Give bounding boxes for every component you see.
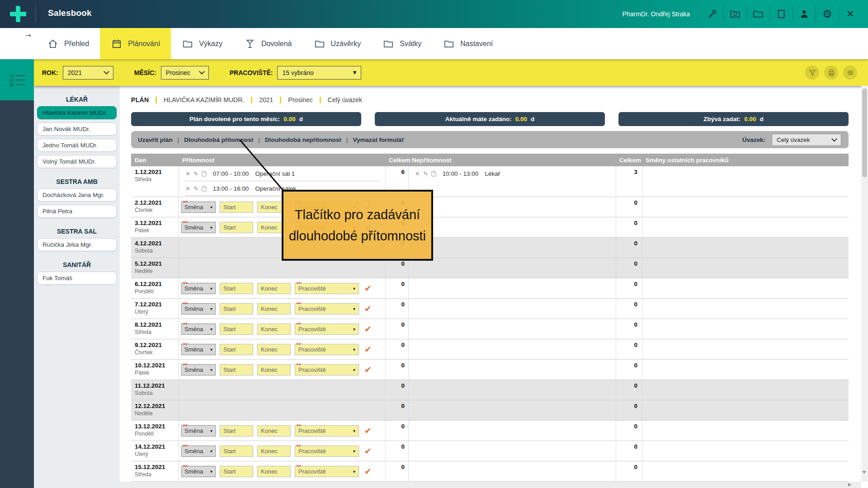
close-icon[interactable]: ✕ <box>839 0 862 28</box>
tab-svatky[interactable]: Svátky <box>372 28 432 59</box>
workplace-select[interactable]: **Pracoviště▾ <box>295 425 359 436</box>
workplace-select[interactable]: **Pracoviště▾ <box>295 303 359 314</box>
start-time-input[interactable]: Start <box>220 344 253 355</box>
shift-type-select[interactable]: **Směna▾ <box>181 222 216 233</box>
sidebar-item-staff[interactable]: Jedno Tomáš MUDr. <box>37 139 117 152</box>
tab-prehled[interactable]: Přehled <box>36 28 100 59</box>
confirm-shift-icon[interactable]: ✔ <box>364 446 372 456</box>
shift-type-select[interactable]: **Směna▾ <box>181 344 216 355</box>
end-time-input[interactable]: Konec <box>257 425 291 436</box>
shift-type-select[interactable]: **Směna▾ <box>181 324 216 335</box>
shift-type-select[interactable]: **Směna▾ <box>181 283 216 294</box>
end-time-input[interactable]: Konec <box>257 466 291 477</box>
start-time-input[interactable]: Start <box>220 446 253 457</box>
workplace-select[interactable]: **Pracoviště▾ <box>295 283 359 294</box>
sidebar-item-staff[interactable]: Fuk Tomáš <box>37 272 117 285</box>
workplace-filter-select[interactable]: 15 vybráno▼ <box>277 66 361 80</box>
copy-entry-icon[interactable] <box>202 171 207 177</box>
workplace-select[interactable]: **Pracoviště▾ <box>295 466 359 477</box>
scrollbar-thumb[interactable] <box>862 89 867 177</box>
shift-type-select[interactable]: **Směna▾ <box>181 202 216 213</box>
start-time-input[interactable]: Start <box>220 466 253 477</box>
start-time-input[interactable]: Start <box>220 425 253 436</box>
shift-type-select[interactable]: **Směna▾ <box>181 364 216 375</box>
copy-entry-icon[interactable] <box>431 171 436 177</box>
window-icon[interactable] <box>770 0 793 28</box>
presence-total: 0 <box>385 360 408 380</box>
scroll-down-icon[interactable]: ▼ <box>863 470 866 474</box>
end-time-input[interactable]: Konec <box>257 446 291 457</box>
shift-type-select[interactable]: **Směna▾ <box>181 446 216 457</box>
workplace-select[interactable]: **Pracoviště▾ <box>295 344 359 355</box>
start-time-input[interactable]: Start <box>220 364 253 375</box>
start-time-input[interactable]: Start <box>220 324 253 335</box>
sidebar-item-staff[interactable]: Volný Tomáš MUDr. <box>37 155 117 168</box>
end-time-input[interactable]: Konec <box>257 344 291 355</box>
confirm-shift-icon[interactable]: ✔ <box>364 466 372 476</box>
tab-planovani[interactable]: Plánování <box>100 28 171 59</box>
month-select[interactable]: Prosinec <box>161 66 209 80</box>
clear-form-button[interactable]: Vymazat formulář <box>348 136 409 143</box>
sidebar-item-staff[interactable]: Docházková Jana Mgr. <box>37 188 117 202</box>
contract-select[interactable]: Celý úvazek <box>772 134 841 146</box>
workplace-select[interactable]: **Pracoviště▾ <box>295 446 359 457</box>
vertical-scrollbar[interactable]: ▼ <box>861 86 868 482</box>
key-icon[interactable] <box>701 0 723 28</box>
end-time-input[interactable]: Konec <box>257 303 291 314</box>
presence-cell: **Směna▾ Start Konec **Pracoviště▾ ✔ <box>179 319 385 339</box>
confirm-shift-icon[interactable]: ✔ <box>364 304 372 314</box>
start-time-input[interactable]: Start <box>220 202 253 213</box>
start-time-input[interactable]: Start <box>220 303 253 314</box>
folder-icon[interactable] <box>747 0 769 28</box>
tab-dovolena[interactable]: Dovolená <box>233 28 303 59</box>
scroll-right-icon[interactable]: ▶ <box>848 482 851 487</box>
delete-entry-icon[interactable]: ✕ <box>415 170 420 177</box>
confirm-shift-icon[interactable]: ✔ <box>364 365 372 375</box>
tab-uzaverky[interactable]: Uzávěrky <box>303 28 372 59</box>
sidebar-item-staff[interactable]: Hlavička Kazimír MUDr. <box>37 106 117 119</box>
shift-type-select[interactable]: **Směna▾ <box>181 303 216 314</box>
end-time-input[interactable]: Konec <box>257 283 291 294</box>
edit-entry-icon[interactable]: ✎ <box>193 170 198 177</box>
settings-icon[interactable]: ⚙ <box>816 0 839 28</box>
print-icon[interactable] <box>824 66 838 80</box>
reports-folder-icon[interactable]: N <box>724 0 746 28</box>
sidebar-item-staff[interactable]: Ručička Jirka Mgr. <box>37 238 117 251</box>
long-term-absence-button[interactable]: Dlouhodobá nepřítomnost <box>260 136 346 143</box>
copy-entry-icon[interactable] <box>202 186 207 192</box>
confirm-shift-icon[interactable]: ✔ <box>364 324 372 334</box>
edit-entry-icon[interactable]: ✎ <box>193 185 198 192</box>
required-marker: ** <box>297 281 302 286</box>
shift-type-select[interactable]: **Směna▾ <box>181 466 216 477</box>
long-term-presence-button[interactable]: Dlouhodobá přítomnost <box>179 136 258 143</box>
shift-type-select[interactable]: **Směna▾ <box>181 425 216 436</box>
confirm-shift-icon[interactable]: ✔ <box>364 344 372 354</box>
staff-list-toggle[interactable] <box>0 59 34 100</box>
edit-entry-icon[interactable]: ✎ <box>423 170 428 177</box>
back-arrow-icon[interactable]: → <box>25 31 31 39</box>
filter-icon[interactable] <box>805 66 819 80</box>
breadcrumb: PLÁN HLAVIČKA KAZIMÍR MUDR. 2021 Prosine… <box>131 96 362 103</box>
delete-entry-icon[interactable]: ✕ <box>185 170 190 177</box>
sidebar-group-title: SESTRA SAL <box>34 228 120 235</box>
tab-vykazy[interactable]: Výkazy <box>171 28 233 59</box>
close-plan-button[interactable]: Uzavřít plán <box>133 136 178 143</box>
workplace-select[interactable]: **Pracoviště▾ <box>295 364 359 375</box>
workplace-select[interactable]: **Pracoviště▾ <box>295 324 359 335</box>
confirm-shift-icon[interactable]: ✔ <box>364 283 372 293</box>
delete-entry-icon[interactable]: ✕ <box>185 185 190 192</box>
horizontal-scrollbar[interactable]: ▶ <box>120 482 861 488</box>
tab-nastaveni[interactable]: Nastavení <box>432 28 504 59</box>
required-marker: ** <box>297 342 302 347</box>
start-time-input[interactable]: Start <box>220 222 253 233</box>
sidebar-item-staff[interactable]: Jan Novák MUDr. <box>37 122 117 136</box>
header-nepritomnost: Nepřítomnost <box>408 157 616 164</box>
sidebar-item-staff[interactable]: Pilná Petra <box>37 205 117 218</box>
year-select[interactable]: 2021 <box>63 66 113 80</box>
end-time-input[interactable]: Konec <box>257 324 291 335</box>
user-icon[interactable] <box>793 0 816 28</box>
confirm-shift-icon[interactable]: ✔ <box>364 426 372 436</box>
end-time-input[interactable]: Konec <box>257 364 291 375</box>
menu-icon[interactable] <box>843 66 857 80</box>
start-time-input[interactable]: Start <box>220 283 253 294</box>
